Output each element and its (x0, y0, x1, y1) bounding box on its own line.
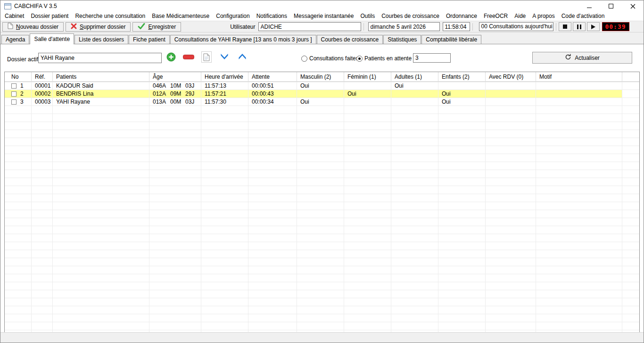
delete-dossier-button[interactable]: Supprimer dossier (66, 22, 131, 32)
cell (32, 106, 53, 114)
radio-consultations-faites[interactable]: Consultations faites (301, 55, 359, 62)
cell (622, 186, 640, 194)
radio-patients-en-attente[interactable]: Patients en attente (356, 55, 412, 62)
menu-item[interactable]: Messagerie instantanée (290, 12, 357, 21)
table-row[interactable]: 100001KADOUR Said046A10M03J11:57:1300:00… (5, 82, 639, 90)
cell (5, 322, 32, 330)
row-checkbox[interactable] (11, 99, 17, 105)
tab[interactable]: Courbes de croissance (317, 35, 383, 44)
app-window: CABCHIFA V 3.5 CabinetDossier patientRec… (0, 0, 644, 343)
page-icon (203, 53, 210, 61)
column-header[interactable]: Avec RDV (0) (486, 72, 536, 82)
menu-item[interactable]: Courbes de croissance (378, 12, 443, 21)
date-input[interactable] (368, 22, 440, 31)
menu-item[interactable]: A propos (529, 12, 558, 21)
table-row[interactable]: 300003YAHI Rayane013A00M03J11:57:3000:00… (5, 98, 639, 106)
save-button[interactable]: Enregistrer (132, 22, 181, 32)
cell (201, 146, 248, 154)
cell (536, 194, 622, 202)
cell (149, 258, 201, 266)
menu-item[interactable]: Ordonnance (443, 12, 480, 21)
minimize-button[interactable] (578, 0, 600, 12)
column-header[interactable]: Masculin (2) (297, 72, 344, 82)
cell (149, 154, 201, 162)
column-header[interactable]: Attente (248, 72, 297, 82)
stop-icon (563, 24, 567, 29)
cell (391, 250, 438, 258)
stop-button[interactable] (559, 22, 571, 31)
cell (438, 330, 486, 332)
cell (149, 274, 201, 282)
row-checkbox[interactable] (11, 83, 17, 89)
tab[interactable]: Comptabilité libérale (421, 35, 481, 44)
cell (438, 186, 486, 194)
pause-button[interactable] (573, 22, 586, 31)
menu-item[interactable]: Cabinet (1, 12, 27, 21)
cell (344, 218, 391, 226)
cell (486, 178, 536, 186)
menu-item[interactable]: Base Médicamenteuse (149, 12, 213, 21)
menu-item[interactable]: FreeOCR (480, 12, 511, 21)
tab[interactable]: Fiche patient (129, 35, 170, 44)
cell (248, 154, 297, 162)
menu-item[interactable]: Code d'activation (558, 12, 608, 21)
dossier-actif-input[interactable] (38, 53, 162, 63)
cell (5, 306, 32, 314)
tab[interactable]: Consultations de YAHI Rayane [13 ans 0 m… (170, 35, 316, 44)
close-button[interactable] (622, 0, 644, 12)
column-header[interactable]: Féminin (1) (344, 72, 391, 82)
cell (248, 282, 297, 290)
menu-item[interactable]: Recherche une consultation (72, 12, 149, 21)
column-header[interactable]: No (5, 72, 32, 82)
remove-patient-button[interactable] (182, 54, 195, 60)
column-header[interactable]: Adultes (1) (391, 72, 438, 82)
cell (32, 122, 53, 130)
refresh-button[interactable]: Actualiser (532, 52, 632, 64)
cell (248, 298, 297, 306)
play-button[interactable] (587, 22, 600, 31)
cell (248, 178, 297, 186)
cell (149, 226, 201, 234)
tab[interactable]: Agenda (1, 35, 29, 44)
move-up-button[interactable] (236, 52, 248, 61)
tab[interactable]: Statistiques (383, 35, 421, 44)
cell (53, 306, 149, 314)
user-input[interactable] (258, 22, 361, 31)
menu-item[interactable]: Dossier patient (27, 12, 72, 21)
cell (391, 290, 438, 298)
row-checkbox[interactable] (11, 91, 17, 97)
cell (438, 298, 486, 306)
cell (486, 202, 536, 210)
move-down-button[interactable] (218, 52, 231, 61)
table-row[interactable]: 200002BENDRIS Lina012A09M29J11:57:2100:0… (5, 90, 639, 98)
cell (5, 178, 32, 186)
column-header[interactable]: Patients (53, 72, 149, 82)
column-header[interactable]: Enfants (2) (438, 72, 486, 82)
cell (201, 242, 248, 250)
maximize-button[interactable] (600, 0, 622, 12)
waiting-count-input[interactable] (413, 53, 451, 63)
menu-item[interactable]: Notifications (253, 12, 290, 21)
column-header[interactable]: Heure d'arrivée (201, 72, 248, 82)
table-empty-row (5, 114, 639, 122)
add-patient-button[interactable] (166, 52, 176, 62)
age-years: 013A (153, 98, 170, 106)
cell (622, 298, 640, 306)
menu-item[interactable]: Outils (357, 12, 378, 21)
cell (344, 178, 391, 186)
time-input[interactable] (443, 22, 470, 31)
column-header[interactable]: Motif (536, 72, 622, 82)
tab[interactable]: Liste des dossiers (74, 35, 128, 44)
column-header[interactable]: Réf. (32, 72, 53, 82)
cell (344, 210, 391, 218)
window-title: CABCHIFA V 3.5 (14, 3, 57, 9)
menu-item[interactable]: Aide (511, 12, 529, 21)
cell (201, 186, 248, 194)
cell (536, 186, 622, 194)
menu-item[interactable]: Configuration (213, 12, 253, 21)
new-dossier-button[interactable]: Nouveau dossier (2, 22, 64, 32)
column-header[interactable]: Âge (149, 72, 201, 82)
cell (53, 162, 149, 170)
tab[interactable]: Salle d'attente (30, 33, 74, 44)
open-dossier-button[interactable] (201, 51, 212, 63)
